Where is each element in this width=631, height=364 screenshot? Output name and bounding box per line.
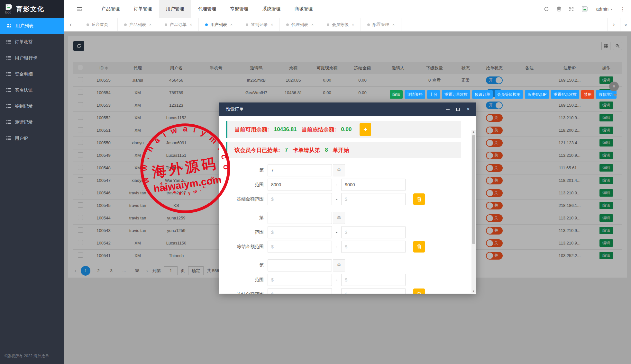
tab-close-icon[interactable]: × (149, 22, 151, 27)
top-nav-item[interactable]: 产品管理 (95, 0, 127, 18)
tab-dot-icon (124, 23, 127, 26)
scroll-down-icon[interactable]: ▼ (471, 289, 476, 293)
order-number-input[interactable] (268, 212, 332, 224)
tab-item[interactable]: 会员等级× (320, 18, 361, 31)
sidebar: 用户列表订单收益用户银行卡资金明细实名认证签到记录邀请记录用户IP ©版权所有 … (0, 18, 64, 364)
tab-item[interactable]: 签到记录× (239, 18, 280, 31)
scroll-up-icon[interactable]: ▲ (471, 130, 476, 134)
order-unit-button[interactable]: 单 (333, 164, 345, 176)
tab-label: 代理列表 (291, 22, 308, 28)
tab-item[interactable]: 配置管理× (361, 18, 401, 31)
order-number-input[interactable] (268, 164, 332, 176)
avatar[interactable] (581, 6, 589, 12)
tab-close-icon[interactable]: × (271, 22, 273, 27)
sidebar-item[interactable]: 用户IP (0, 130, 64, 146)
row-action-blue-button[interactable]: 重置订单次数 (442, 90, 470, 99)
top-nav-item[interactable]: 代理管理 (191, 0, 223, 18)
tab-item[interactable]: 代理列表× (280, 18, 320, 31)
sidebar-item-label: 用户IP (15, 136, 28, 141)
amount-range-row: 范围- (226, 274, 461, 286)
add-preset-button[interactable]: + (360, 123, 371, 136)
frozen-to-input[interactable] (341, 193, 406, 205)
maximize-icon[interactable] (455, 107, 461, 112)
order-number-input[interactable] (268, 259, 332, 271)
logo-block[interactable]: logo 育影文化 (0, 0, 64, 18)
tabs-scroll-left-icon[interactable]: ‹ (64, 18, 77, 31)
menu-collapse-button[interactable] (64, 0, 95, 18)
sidebar-item[interactable]: 资金明细 (0, 66, 64, 82)
popup-close-icon[interactable]: × (609, 82, 619, 91)
range-to-input[interactable] (341, 179, 406, 191)
tab-close-icon[interactable]: × (190, 22, 192, 27)
tab-item[interactable]: 产品列表× (118, 18, 158, 31)
sidebar-item[interactable]: 订单收益 (0, 34, 64, 50)
tab-close-icon[interactable]: × (311, 22, 314, 27)
sidebar-item-label: 用户银行卡 (15, 55, 37, 61)
frozen-from-input[interactable] (268, 288, 332, 294)
row-action-blue-button[interactable]: 详情资料 (405, 90, 425, 99)
amount-range-label: 范围 (226, 182, 268, 188)
tab-close-icon[interactable]: × (392, 22, 395, 27)
banner-text: 卡单请从第 (293, 146, 320, 154)
frozen-to-input[interactable] (341, 241, 406, 253)
scrollbar-thumb[interactable] (472, 135, 475, 244)
delete-group-button[interactable] (413, 241, 425, 253)
sidebar-item[interactable]: 用户列表 (0, 18, 64, 34)
user-menu[interactable]: admin ▾ (596, 6, 612, 12)
tab-close-icon[interactable]: × (352, 22, 354, 27)
delete-group-button[interactable] (413, 193, 425, 205)
tabs-scroll-right-icon[interactable]: › (607, 18, 620, 31)
order-number-row: 第单 (226, 259, 461, 271)
banner-text: 8 (325, 147, 328, 153)
row-action-green-button[interactable]: 编辑 (390, 90, 403, 99)
row-action-red-button[interactable]: 禁用 (581, 90, 594, 99)
top-nav-item[interactable]: 常规管理 (223, 0, 255, 18)
trash-icon[interactable] (557, 6, 561, 12)
row-action-blue-button[interactable]: 会员等级检测 (495, 90, 523, 99)
modal-scrollbar[interactable]: ▲ ▼ (471, 130, 476, 293)
sidebar-item[interactable]: 实名认证 (0, 82, 64, 98)
sidebar-item-label: 签到记录 (15, 103, 33, 109)
row-action-blue-button[interactable]: 上分 (427, 90, 440, 99)
frozen-from-input[interactable] (268, 241, 332, 253)
row-action-blue-button[interactable]: 重置登录次数 (551, 90, 579, 99)
fullscreen-icon[interactable] (569, 7, 574, 12)
top-nav-item[interactable]: 系统管理 (255, 0, 288, 18)
top-nav-item[interactable]: 商城管理 (288, 0, 320, 18)
more-options-icon[interactable]: ⋮ (620, 6, 625, 12)
frozen-from-input[interactable] (268, 193, 332, 205)
sidebar-item[interactable]: 邀请记录 (0, 114, 64, 130)
range-from-input[interactable] (268, 226, 332, 238)
row-action-blue-button[interactable]: 预设订单 (472, 90, 493, 99)
order-unit-button[interactable]: 单 (333, 212, 345, 224)
minimize-icon[interactable] (445, 107, 450, 112)
range-from-input[interactable] (268, 274, 332, 286)
top-nav-wrap: 产品管理订单管理用户管理代理管理常规管理系统管理商城管理 (64, 0, 320, 18)
frozen-to-input[interactable] (341, 288, 406, 294)
top-nav-item[interactable]: 用户管理 (159, 0, 191, 18)
delete-group-button[interactable] (413, 289, 425, 294)
close-icon[interactable]: × (466, 107, 471, 112)
range-to-input[interactable] (341, 274, 406, 286)
tab-item[interactable]: 后台首页 (77, 18, 118, 31)
tab-item[interactable]: 产品订单× (158, 18, 199, 31)
tab-dot-icon (327, 23, 329, 26)
modal-title-bar[interactable]: 预设订单 × (219, 102, 476, 116)
top-nav-item[interactable]: 订单管理 (127, 0, 159, 18)
range-to-input[interactable] (341, 226, 406, 238)
range-dash: - (336, 244, 337, 250)
order-unit-button[interactable]: 单 (333, 259, 345, 271)
sidebar-item[interactable]: 签到记录 (0, 98, 64, 114)
refresh-icon[interactable] (544, 6, 549, 12)
popup-caret-down-icon (613, 94, 617, 97)
tab-active[interactable]: 用户列表× (199, 18, 239, 31)
modal-window-controls: × (445, 107, 471, 112)
sidebar-item[interactable]: 用户银行卡 (0, 50, 64, 66)
range-from-input[interactable] (268, 179, 332, 191)
range-dash: - (336, 196, 337, 202)
preset-order-form: 第单范围-冻结金额范围-第单范围-冻结金额范围-第单范围-冻结金额范围- (226, 164, 461, 294)
row-action-blue-button[interactable]: 历史登录IP (525, 90, 549, 99)
list-icon (6, 120, 11, 125)
tabs-dropdown-icon[interactable]: ∨ (620, 18, 631, 31)
tab-close-icon[interactable]: × (230, 22, 233, 27)
